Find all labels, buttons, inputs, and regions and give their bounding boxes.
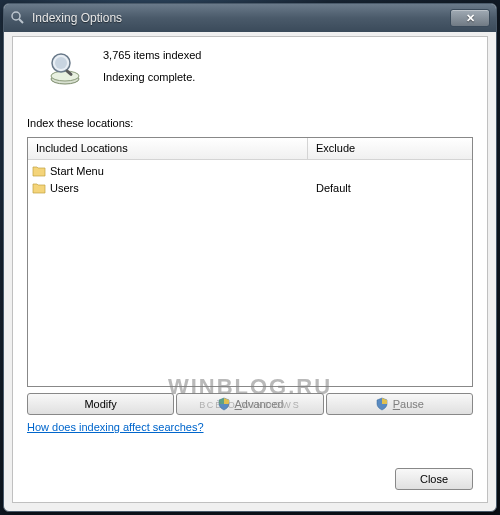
window-title: Indexing Options xyxy=(32,11,450,25)
svg-point-3 xyxy=(51,71,79,81)
folder-icon xyxy=(32,182,46,194)
locations-label: Index these locations: xyxy=(27,117,473,129)
svg-line-1 xyxy=(19,19,23,23)
folder-icon xyxy=(32,165,46,177)
list-header: Included Locations Exclude xyxy=(28,138,472,160)
indexing-complete-text: Indexing complete. xyxy=(103,71,201,83)
shield-icon xyxy=(375,397,389,411)
status-text-block: 3,765 items indexed Indexing complete. xyxy=(103,47,201,83)
column-header-exclude[interactable]: Exclude xyxy=(308,138,472,159)
locations-listbox: Included Locations Exclude Start Menu xyxy=(27,137,473,387)
list-body: Start Menu Users Default xyxy=(28,160,472,386)
included-location-name: Start Menu xyxy=(50,165,104,177)
exclude-value: Default xyxy=(308,182,472,194)
indexing-options-dialog: Indexing Options ✕ 3,765 items indexed I… xyxy=(3,3,497,512)
included-location-name: Users xyxy=(50,182,79,194)
indexing-status: 3,765 items indexed Indexing complete. xyxy=(27,47,473,89)
help-link[interactable]: How does indexing affect searches? xyxy=(27,421,204,433)
dialog-content: 3,765 items indexed Indexing complete. I… xyxy=(12,36,488,503)
action-button-row: Modify Advanced Pause xyxy=(27,393,473,415)
titlebar: Indexing Options ✕ xyxy=(4,4,496,32)
dialog-footer: Close xyxy=(395,468,473,490)
svg-point-0 xyxy=(12,12,20,20)
list-item[interactable]: Users Default xyxy=(28,179,472,196)
window-close-button[interactable]: ✕ xyxy=(450,9,490,27)
shield-icon xyxy=(217,397,231,411)
close-icon: ✕ xyxy=(466,13,475,24)
list-item[interactable]: Start Menu xyxy=(28,162,472,179)
pause-button[interactable]: Pause xyxy=(326,393,473,415)
column-header-included[interactable]: Included Locations xyxy=(28,138,308,159)
indexing-app-icon xyxy=(10,10,26,26)
magnifier-drive-icon xyxy=(45,49,85,89)
svg-point-5 xyxy=(55,57,67,69)
advanced-button[interactable]: Advanced xyxy=(176,393,323,415)
modify-button[interactable]: Modify xyxy=(27,393,174,415)
items-indexed-count: 3,765 items indexed xyxy=(103,49,201,61)
close-button[interactable]: Close xyxy=(395,468,473,490)
